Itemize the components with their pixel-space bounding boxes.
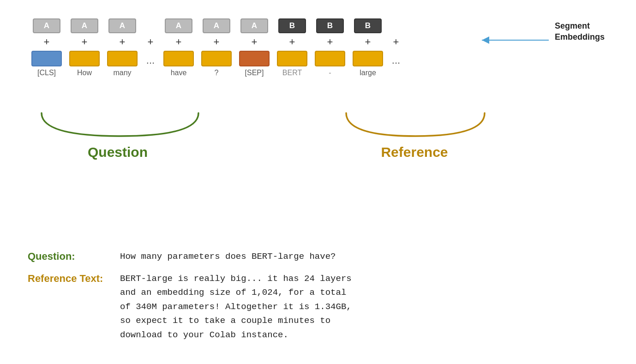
box-how (69, 51, 100, 66)
box-dash (315, 51, 345, 66)
segment-embeddings-annotation: Segment Embeddings (477, 20, 605, 47)
plus-qmark: + (214, 36, 220, 48)
label-dash: - (329, 69, 331, 77)
label-many: many (113, 69, 131, 77)
segment-embeddings-label: Segment Embeddings (555, 20, 605, 43)
label-bert: BERT (282, 69, 302, 77)
badge-a-sep: A (240, 18, 268, 33)
main-container: Segment Embeddings A + [CLS] A + How A (0, 0, 636, 364)
box-bert (277, 51, 307, 66)
segment-arrow-icon (477, 33, 551, 47)
token-cls: A + [CLS] (28, 18, 66, 77)
plus-have: + (176, 36, 182, 48)
reference-row: Reference Text: BERT-large is really big… (28, 272, 608, 342)
question-row: Question: How many parameters does BERT-… (28, 250, 608, 263)
box-many (107, 51, 138, 66)
badge-b-bert: B (278, 18, 306, 33)
label-qmark: ? (215, 69, 219, 77)
box-large (353, 51, 383, 66)
ellipsis-2: + ... (387, 18, 405, 77)
token-many: A + many (103, 18, 141, 77)
reference-text: BERT-large is really big... it has 24 la… (120, 272, 352, 342)
token-dash: B + - (311, 18, 349, 77)
box-have (163, 51, 194, 66)
ref-line2: and an embedding size of 1,024, for a to… (120, 287, 346, 298)
token-have: A + have (160, 18, 198, 77)
ref-line4: so expect it to take a couple minutes to (120, 316, 330, 326)
svg-text:Reference: Reference (381, 144, 448, 160)
label-have: have (171, 69, 187, 77)
badge-a-many: A (108, 18, 136, 33)
ref-line1: BERT-large is really big... it has 24 la… (120, 274, 352, 284)
token-question-mark: A + ? (198, 18, 235, 77)
plus-many: + (120, 36, 126, 48)
ref-line3: of 340M parameters! Altogether it is 1.3… (120, 302, 352, 312)
label-cls: [CLS] (37, 69, 56, 77)
label-sep: [SEP] (245, 69, 264, 77)
badge-b-large: B (354, 18, 382, 33)
braces-svg: Question Reference (28, 108, 628, 164)
ref-line5: download to your Colab instance. (120, 330, 288, 340)
badge-a-cls: A (33, 18, 60, 33)
token-sep: A + [SEP] (235, 18, 273, 77)
plus-large: + (365, 36, 371, 48)
plus-bert: + (289, 36, 295, 48)
plus-sep: + (252, 36, 258, 48)
svg-text:Question: Question (88, 144, 148, 160)
box-qmark (201, 51, 232, 66)
label-large: large (360, 69, 376, 77)
plus-cls: + (44, 36, 50, 48)
box-cls (31, 51, 62, 66)
box-sep (239, 51, 270, 66)
badge-a-how: A (71, 18, 98, 33)
plus-how: + (82, 36, 88, 48)
token-how: A + How (66, 18, 103, 77)
badge-b-dash: B (316, 18, 344, 33)
question-text: How many parameters does BERT-large have… (120, 250, 336, 263)
token-bert: B + BERT (273, 18, 311, 77)
badge-a-qmark: A (203, 18, 230, 33)
text-area: Question: How many parameters does BERT-… (0, 250, 636, 350)
diagram-area: Segment Embeddings A + [CLS] A + How A (18, 14, 618, 185)
plus-dash: + (327, 36, 333, 48)
reference-label: Reference Text: (28, 272, 120, 285)
label-how: How (77, 69, 92, 77)
token-large: B + large (349, 18, 387, 77)
badge-a-have: A (165, 18, 192, 33)
question-label: Question: (28, 250, 120, 263)
ellipsis-1: + ... (141, 18, 160, 77)
